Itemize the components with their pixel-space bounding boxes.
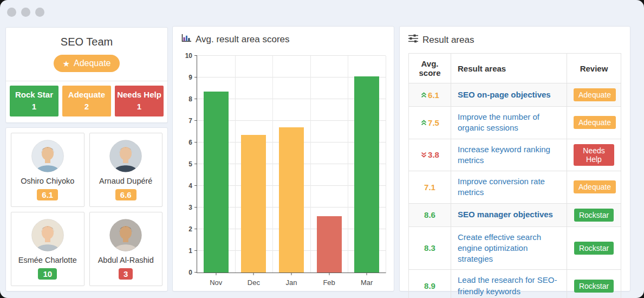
result-area-link[interactable]: SEO manager objectives — [458, 209, 553, 220]
table-row: 6.1SEO on-page objectivesAdequate — [409, 83, 621, 107]
member-name: Arnaud Dupéré — [99, 177, 152, 185]
member-card[interactable]: Arnaud Dupéré6.6 — [89, 133, 163, 207]
sliders-icon — [408, 34, 418, 46]
avatar — [109, 140, 142, 172]
y-axis-tick — [194, 207, 197, 208]
y-tick-label: 7 — [188, 117, 192, 125]
summary-count: 1 — [11, 101, 57, 113]
trend-up-icon — [420, 119, 427, 126]
bar-feb — [317, 216, 342, 273]
y-tick-label: 0 — [188, 269, 192, 276]
header-review: Review — [567, 54, 621, 83]
result-area-link[interactable]: Create effective search engine optimizat… — [458, 232, 560, 265]
result-area-cell: SEO on-page objectives — [451, 83, 567, 107]
dashboard-window: SEO Team ★ Adequate Rock Star1Adequate2N… — [0, 0, 644, 298]
table-row: 7.5Improve the number of organic session… — [409, 107, 621, 139]
avatar — [31, 140, 64, 172]
x-axis-tick — [329, 273, 329, 275]
results-panel-title: Result areas — [400, 27, 630, 51]
member-score-badge: 10 — [38, 268, 57, 280]
summary-label: Rock Star — [15, 90, 53, 99]
bar-nov — [204, 92, 229, 273]
table-row: 3.8Increase keyword ranking metricsNeeds… — [409, 139, 621, 171]
summary-box-rock-star: Rock Star1 — [10, 86, 58, 116]
y-axis-tick — [194, 164, 197, 164]
avatar — [109, 219, 142, 251]
x-tick-label: Dec — [248, 278, 260, 287]
result-area-cell: Improve the number of organic sessions — [451, 107, 567, 139]
avg-score-cell: 6.1 — [409, 83, 451, 107]
window-dot[interactable] — [7, 8, 16, 17]
member-card[interactable]: Oshiro Chiyoko6.1 — [11, 133, 84, 207]
table-row: 7.1Improve conversion rate metricsAdequa… — [409, 171, 621, 204]
y-tick-label: 5 — [188, 160, 192, 168]
x-tick-label: Feb — [323, 278, 335, 287]
member-score-badge: 6.6 — [115, 189, 136, 200]
member-card[interactable]: Esmée Charlotte10 — [11, 212, 84, 286]
chart-title: Avg. result area scores — [196, 34, 290, 45]
member-name: Oshiro Chiyoko — [21, 177, 74, 185]
review-cell: Needs Help — [567, 139, 621, 171]
member-card[interactable]: Abdul Al-Rashid3 — [89, 212, 163, 286]
review-cell: Rockstar — [567, 203, 621, 226]
review-badge: Needs Help — [574, 144, 614, 166]
trend-down-icon — [420, 151, 427, 158]
review-cell: Rockstar — [567, 226, 621, 270]
y-axis-tick — [194, 120, 197, 121]
x-tick-label: Nov — [210, 278, 222, 287]
team-rating-badge: ★ Adequate — [54, 55, 120, 72]
table-header-row: Avg. score Result areas Review — [409, 54, 621, 83]
y-axis-tick — [194, 55, 197, 56]
x-tick-label: Mar — [361, 278, 373, 287]
result-area-cell: Create effective search engine optimizat… — [451, 226, 567, 270]
y-axis-tick — [194, 142, 197, 142]
y-axis-tick — [194, 229, 197, 229]
result-area-link[interactable]: Increase keyword ranking metrics — [458, 144, 560, 166]
avg-score-cell: 8.9 — [409, 270, 451, 298]
results-title: Result areas — [422, 35, 474, 46]
avg-score-cell: 7.5 — [409, 107, 451, 139]
gridline — [197, 55, 386, 56]
avg-score-value: 7.1 — [424, 183, 435, 192]
table-row: 8.9Lead the research for SEO-friendly ke… — [409, 270, 621, 298]
window-dot[interactable] — [35, 8, 44, 17]
member-score-badge: 6.1 — [37, 189, 58, 200]
y-axis-tick — [194, 185, 197, 186]
header-avg-score: Avg. score — [409, 54, 451, 83]
y-tick-label: 4 — [188, 182, 192, 190]
window-dot[interactable] — [21, 8, 30, 17]
y-axis-tick — [194, 99, 197, 99]
avg-score-cell: 8.3 — [409, 226, 451, 270]
team-title: SEO Team — [11, 36, 162, 48]
summary-label: Adequate — [68, 90, 105, 99]
member-name: Esmée Charlotte — [18, 256, 77, 264]
team-members-panel: Oshiro Chiyoko6.1Arnaud Dupéré6.6Esmée C… — [5, 127, 168, 291]
result-area-cell: Lead the research for SEO-friendly keywo… — [451, 270, 567, 298]
result-area-link[interactable]: SEO on-page objectives — [458, 89, 551, 100]
bar-chart-icon — [181, 34, 191, 45]
avg-score-value: 3.8 — [428, 150, 439, 159]
result-area-cell: SEO manager objectives — [451, 203, 567, 226]
avg-score-value: 8.6 — [424, 210, 435, 219]
bar-dec — [241, 135, 266, 273]
y-tick-label: 2 — [188, 225, 192, 233]
result-area-link[interactable]: Improve conversion rate metrics — [458, 176, 560, 198]
result-areas-panel: Result areas Avg. score Result areas Rev… — [399, 26, 630, 291]
review-badge: Rockstar — [574, 209, 614, 222]
summary-box-needs-help: Needs Help1 — [115, 86, 164, 116]
y-tick-label: 9 — [188, 74, 192, 81]
team-panel: SEO Team ★ Adequate Rock Star1Adequate2N… — [5, 27, 168, 123]
window-controls — [7, 8, 44, 17]
summary-count: 1 — [116, 101, 162, 113]
y-axis-tick — [194, 250, 197, 251]
result-area-link[interactable]: Improve the number of organic sessions — [458, 112, 560, 134]
x-tick-label: Jan — [286, 278, 297, 287]
review-badge: Adequate — [574, 88, 616, 101]
gridline — [235, 56, 236, 273]
bar-mar — [354, 76, 379, 273]
review-cell: Adequate — [567, 107, 621, 139]
trend-up-icon — [420, 92, 427, 99]
member-score-badge: 3 — [119, 268, 133, 280]
y-tick-label: 3 — [188, 204, 192, 211]
result-area-link[interactable]: Lead the research for SEO-friendly keywo… — [458, 275, 560, 297]
